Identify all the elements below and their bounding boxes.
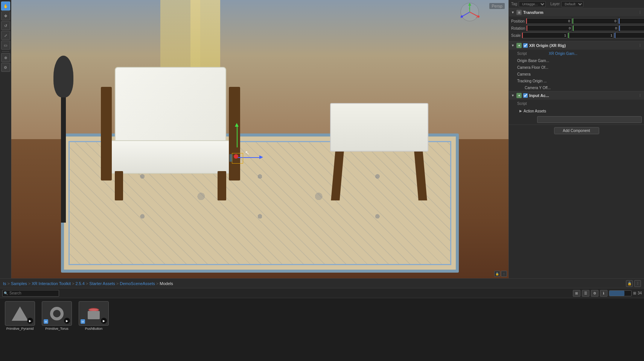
toolbar-hand-btn[interactable]: ✋ [1, 2, 10, 11]
xr-camera-row[interactable]: Camera [509, 71, 644, 77]
tag-row: Tag Untagge... Layer Default [509, 0, 644, 8]
lamp [51, 56, 76, 223]
input-ac-title: Input Ac... [529, 93, 637, 98]
breadcrumb-samples[interactable]: Samples [11, 281, 27, 286]
asset-thumb-torus: M ▶ [42, 301, 72, 326]
action-assets-add-area [509, 115, 644, 124]
breadcrumb-sep-5: > [116, 281, 119, 286]
breadcrumb-demo[interactable]: DemoSceneAssets [120, 281, 155, 286]
scale-x[interactable] [522, 32, 568, 38]
position-row: Position [511, 18, 642, 24]
rotation-y[interactable] [573, 25, 618, 31]
asset-options-btn[interactable]: ⋮ [634, 280, 641, 287]
transform-section: ▼ ⊞ Transform ⋮ Position [509, 8, 644, 41]
transform-header[interactable]: ▼ ⊞ Transform ⋮ [509, 8, 644, 17]
left-toolbar: ✋ ✥ ↺ ⤢ ▭ ⊕ ⚙ [0, 0, 11, 278]
toolbar-scale-btn[interactable]: ⤢ [1, 31, 10, 40]
xr-tracking-row[interactable]: Tracking Origin ... [509, 77, 644, 84]
viewport-bottom-controls: 🔒 ⋮ [494, 271, 507, 277]
scale-z[interactable] [615, 32, 644, 38]
asset-item-pyramid[interactable]: ▶ Primitive_Pyramid [3, 301, 37, 331]
asset-toolbar-right: ⊞ ☰ ⚙ ℹ ⊞ 34 [573, 290, 642, 297]
xr-origin-menu[interactable]: ⋮ [638, 44, 642, 47]
xr-origin-header[interactable]: ▼ ✦ XR Origin (XR Rig) ⋮ [509, 41, 644, 50]
rotation-z[interactable] [619, 25, 644, 31]
toolbar-rotate-btn[interactable]: ↺ [1, 21, 10, 30]
breadcrumb-xr[interactable]: XR Interaction Toolkit [32, 281, 71, 286]
rotation-row: Rotation [511, 25, 642, 31]
transform-menu[interactable]: ⋮ [638, 11, 642, 14]
transform-title: Transform [523, 10, 637, 15]
asset-search-input[interactable] [2, 290, 59, 297]
asset-grid-view-btn[interactable]: ⊞ [573, 290, 580, 297]
breadcrumb-version[interactable]: 2.5.4 [75, 281, 84, 286]
input-ac-header[interactable]: ▼ ✦ Input Ac... ⋮ [509, 91, 644, 100]
breadcrumb-ts[interactable]: ts [3, 281, 6, 286]
pushbutton-play-btn[interactable]: ▶ [101, 318, 107, 324]
xr-origin-base-row[interactable]: Origin Base Gam... [509, 57, 644, 64]
xr-script-value: XR Origin Gam... [549, 52, 577, 56]
lock-btn[interactable]: 🔒 [494, 271, 500, 277]
xr-camera-floor-row[interactable]: Camera Floor Of... [509, 64, 644, 71]
xr-camera-floor-label: Camera Floor Of... [517, 65, 548, 70]
asset-filter-btn[interactable]: ⚙ [591, 290, 598, 297]
action-assets-row[interactable]: ▶ Action Assets [509, 107, 644, 115]
toolbar-pivot-btn[interactable]: ⊕ [1, 53, 10, 62]
asset-item-torus[interactable]: M ▶ Primitive_Torus [40, 301, 74, 331]
tag-dropdown[interactable]: Untagge... [519, 1, 546, 7]
input-ac-menu[interactable]: ⋮ [638, 94, 642, 97]
torus-shape [50, 307, 64, 320]
add-component-button[interactable]: Add Component [554, 127, 599, 134]
toolbar-rect-btn[interactable]: ▭ [1, 41, 10, 50]
toolbar-move-btn[interactable]: ✥ [1, 11, 10, 20]
xr-tracking-label: Tracking Origin ... [517, 79, 547, 83]
xr-origin-checkbox[interactable] [523, 43, 528, 48]
pushbutton-shape [88, 308, 100, 319]
position-inputs [526, 18, 644, 24]
xr-origin-icon: ✦ [516, 43, 522, 48]
position-z[interactable] [619, 18, 644, 24]
position-y[interactable] [572, 18, 618, 24]
input-ac-section: ▼ ✦ Input Ac... ⋮ Script ▶ Action Assets [509, 91, 644, 125]
position-x[interactable] [526, 18, 572, 24]
rotation-x[interactable] [527, 25, 572, 31]
add-component-area: Add Component [509, 125, 644, 137]
breadcrumb-actions: 🔒 ⋮ [626, 280, 641, 287]
lock-asset-btn[interactable]: 🔒 [626, 280, 633, 287]
scale-label: Scale [511, 33, 521, 38]
breadcrumb-sep-3: > [72, 281, 74, 286]
transform-fields: Position Rotation [509, 17, 644, 41]
position-label: Position [511, 19, 525, 23]
xr-camera-label: Camera [517, 72, 531, 76]
layer-label: Layer [550, 2, 560, 6]
chair-left [101, 67, 240, 200]
toolbar-custom-btn[interactable]: ⚙ [1, 63, 10, 72]
xr-script-label: Script [517, 52, 547, 56]
torus-play-btn[interactable]: ▶ [64, 318, 70, 324]
torus-type-icon: M [44, 319, 48, 324]
input-ac-body: Script ▶ Action Assets [509, 100, 644, 124]
input-ac-checkbox[interactable] [523, 93, 528, 98]
scale-y[interactable] [568, 32, 614, 38]
asset-info-btn[interactable]: ℹ [600, 290, 607, 297]
asset-list-view-btn[interactable]: ☰ [582, 290, 589, 297]
viewport[interactable]: ↖ Persp Y X Z 🔒 ⋮ [11, 0, 509, 278]
pyramid-play-btn[interactable]: ▶ [27, 318, 33, 324]
more-btn[interactable]: ⋮ [501, 271, 507, 277]
breadcrumb-starter[interactable]: Starter Assets [89, 281, 115, 286]
scale-row: Scale [511, 32, 642, 38]
viewport-gizmo[interactable]: Y X Z [460, 2, 480, 23]
zoom-slider[interactable] [609, 290, 632, 296]
bottom-panel: ts > Samples > XR Interaction Toolkit > … [0, 278, 644, 361]
xr-camera-y-row[interactable]: Camera Y Off... [509, 84, 644, 91]
pushbutton-type-icon: M [81, 319, 85, 324]
asset-item-pushbutton[interactable]: M ▶ PushButton [77, 301, 111, 331]
asset-thumb-pushbutton: M ▶ [79, 301, 109, 326]
action-assets-add-btn[interactable] [537, 116, 642, 123]
rotation-inputs [527, 25, 644, 31]
breadcrumb-sep-2: > [28, 281, 30, 286]
layer-dropdown[interactable]: Default [561, 1, 583, 7]
input-ac-script-label: Script [517, 102, 547, 106]
transform-arrow: ▼ [511, 11, 515, 14]
scene-3d-view: ↖ [11, 0, 509, 278]
